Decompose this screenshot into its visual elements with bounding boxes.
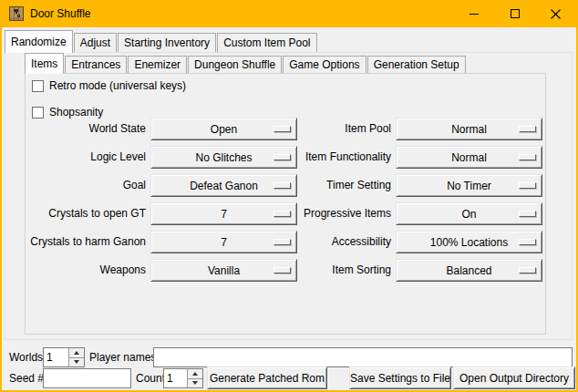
count-label: Count xyxy=(136,368,165,388)
item-pool-dropdown[interactable]: Normal xyxy=(396,118,542,140)
save-settings-button[interactable]: Save Settings to File xyxy=(349,366,451,389)
shopsanity-checkbox[interactable] xyxy=(32,107,44,119)
player-names-field-wrap xyxy=(153,347,573,367)
tab-randomize[interactable]: Randomize xyxy=(5,30,73,53)
tab-items[interactable]: Items xyxy=(25,53,64,74)
world-state-label: World State xyxy=(27,118,146,140)
tab-game-options[interactable]: Game Options xyxy=(283,56,366,73)
worlds-input[interactable] xyxy=(44,348,68,366)
spin-down-button[interactable] xyxy=(188,378,202,388)
main-tab-bar: Randomize Adjust Starting Inventory Cust… xyxy=(5,30,318,52)
accessibility-label: Accessibility xyxy=(274,231,391,253)
minimize-button[interactable] xyxy=(453,0,494,27)
world-state-value: Open xyxy=(211,123,237,136)
title-bar: Door Shuffle xyxy=(2,0,576,27)
seed-field-wrap xyxy=(43,368,131,388)
arrow-down-icon xyxy=(74,360,79,364)
shopsanity-row: Shopsanity xyxy=(32,106,103,119)
timer-setting-label: Timer Setting xyxy=(274,174,391,197)
item-sorting-value: Balanced xyxy=(446,264,491,277)
accessibility-value: 100% Locations xyxy=(430,236,508,249)
tab-starting-inventory[interactable]: Starting Inventory xyxy=(118,33,216,52)
tab-generation-setup[interactable]: Generation Setup xyxy=(367,56,466,73)
progressive-items-value: On xyxy=(461,208,476,221)
crystals-gt-label: Crystals to open GT xyxy=(27,202,146,225)
retro-mode-checkbox[interactable] xyxy=(32,80,44,92)
minimize-icon xyxy=(470,14,479,15)
tab-adjust[interactable]: Adjust xyxy=(74,33,117,52)
dropdown-indicator-icon xyxy=(519,267,536,273)
retro-mode-row: Retro mode (universal keys) xyxy=(32,79,186,92)
sub-tab-bar: Items Entrances Enemizer Dungeon Shuffle… xyxy=(25,53,467,73)
goal-label: Goal xyxy=(27,174,146,197)
shopsanity-label: Shopsanity xyxy=(49,106,103,119)
spin-up-button[interactable] xyxy=(188,369,202,378)
count-input[interactable] xyxy=(164,369,187,387)
arrow-up-icon xyxy=(74,351,79,355)
spin-down-button[interactable] xyxy=(69,357,84,367)
close-icon xyxy=(551,9,561,19)
weapons-label: Weapons xyxy=(27,259,146,282)
open-output-directory-button[interactable]: Open Output Directory xyxy=(453,366,575,389)
timer-setting-value: No Timer xyxy=(447,180,491,192)
tab-entrances[interactable]: Entrances xyxy=(65,56,127,73)
item-pool-value: Normal xyxy=(451,123,487,136)
seed-label: Seed # xyxy=(9,368,44,388)
crystals-gt-value: 7 xyxy=(221,208,227,221)
maximize-icon xyxy=(511,9,520,18)
count-spin-buttons xyxy=(187,369,202,387)
close-button[interactable] xyxy=(535,0,576,27)
worlds-spin-buttons xyxy=(68,348,84,366)
progressive-items-dropdown[interactable]: On xyxy=(396,202,542,225)
seed-field[interactable] xyxy=(44,369,130,387)
app-door-icon xyxy=(9,6,24,21)
progressive-items-label: Progressive Items xyxy=(274,202,391,225)
goal-value: Defeat Ganon xyxy=(190,180,258,192)
weapons-value: Vanilla xyxy=(208,264,240,277)
worlds-label: Worlds xyxy=(9,347,43,367)
dropdown-indicator-icon xyxy=(519,239,536,245)
item-sorting-label: Item Sorting xyxy=(274,259,391,282)
dropdown-indicator-icon xyxy=(519,182,536,189)
timer-setting-dropdown[interactable]: No Timer xyxy=(396,174,542,197)
player-names-field[interactable] xyxy=(154,348,572,366)
player-names-label: Player names xyxy=(89,347,156,367)
logic-level-value: No Glitches xyxy=(195,151,252,164)
tab-custom-item-pool[interactable]: Custom Item Pool xyxy=(217,33,316,52)
logic-level-label: Logic Level xyxy=(27,146,146,169)
dropdown-indicator-icon xyxy=(519,126,536,132)
accessibility-dropdown[interactable]: 100% Locations xyxy=(396,231,542,253)
item-functionality-dropdown[interactable]: Normal xyxy=(396,146,542,169)
door-shuffle-window: Door Shuffle Randomize Adjust Starting I… xyxy=(0,0,578,392)
arrow-down-icon xyxy=(192,381,198,385)
dropdown-indicator-icon xyxy=(519,154,536,160)
window-title: Door Shuffle xyxy=(30,7,453,20)
arrow-up-icon xyxy=(192,372,198,376)
dropdown-indicator-icon xyxy=(519,211,536,217)
retro-mode-label: Retro mode (universal keys) xyxy=(49,79,186,92)
item-functionality-label: Item Functionality xyxy=(274,146,391,169)
generate-patched-rom-button[interactable]: Generate Patched Rom xyxy=(207,366,327,389)
worlds-spinner[interactable] xyxy=(43,347,85,367)
item-pool-label: Item Pool xyxy=(274,118,391,140)
spin-up-button[interactable] xyxy=(69,348,84,357)
item-sorting-dropdown[interactable]: Balanced xyxy=(396,259,542,282)
tab-enemizer[interactable]: Enemizer xyxy=(128,56,187,73)
count-spinner[interactable] xyxy=(163,368,203,388)
tab-dungeon-shuffle[interactable]: Dungeon Shuffle xyxy=(188,56,282,73)
item-functionality-value: Normal xyxy=(451,151,487,164)
maximize-button[interactable] xyxy=(494,0,535,27)
crystals-ganon-label: Crystals to harm Ganon xyxy=(27,231,146,253)
crystals-ganon-value: 7 xyxy=(221,236,227,249)
